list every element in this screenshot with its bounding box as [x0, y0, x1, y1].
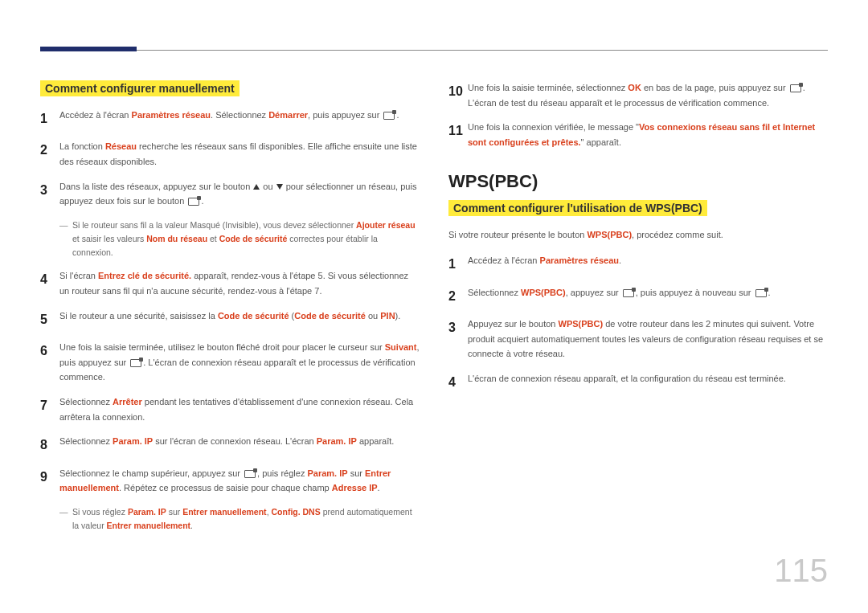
step-number: 1	[40, 108, 59, 129]
wpspbc-steps: 1 Accédez à l'écran Paramètres réseau. 2…	[448, 253, 828, 393]
step-number: 7	[40, 394, 59, 416]
enter-icon	[188, 198, 199, 206]
step-number: 3	[448, 317, 468, 338]
page-number: 115	[774, 553, 828, 589]
step-body: Dans la liste des réseaux, appuyez sur l…	[59, 179, 420, 209]
header-rule	[40, 50, 828, 51]
step-number: 11	[448, 120, 468, 141]
step-1: 1 Accédez à l'écran Paramètres réseau. S…	[40, 108, 420, 129]
step-4: 4 Si l'écran Entrez clé de sécurité. app…	[40, 268, 420, 298]
step-body: Si le routeur a une sécurité, saisissez …	[59, 309, 420, 324]
content-columns: Comment configurer manuellement 1 Accéde…	[40, 80, 828, 541]
step-number: 10	[448, 80, 468, 102]
enter-icon	[790, 84, 801, 92]
step-number: 4	[40, 268, 59, 290]
wps-step-1: 1 Accédez à l'écran Paramètres réseau.	[448, 253, 828, 275]
arrow-down-icon	[276, 184, 283, 190]
step-body: Sélectionnez le champ supérieur, appuyez…	[59, 466, 420, 496]
step-body: Sélectionnez WPS(PBC), appuyez sur , pui…	[468, 285, 828, 300]
step-body: Une fois la saisie terminée, sélectionne…	[468, 80, 828, 110]
step-9: 9 Sélectionnez le champ supérieur, appuy…	[40, 466, 420, 496]
note-after-3: Si le routeur sans fil a la valeur Masqu…	[59, 219, 420, 259]
step-body: Sélectionnez Param. IP sur l'écran de co…	[59, 434, 420, 449]
page: Comment configurer manuellement 1 Accéde…	[0, 0, 868, 613]
step-body: Une fois la saisie terminée, utilisez le…	[59, 340, 420, 385]
step-body: Si l'écran Entrez clé de sécurité. appar…	[59, 268, 420, 298]
step-10: 10 Une fois la saisie terminée, sélectio…	[448, 80, 828, 110]
step-body: Accédez à l'écran Paramètres réseau. Sél…	[59, 108, 420, 123]
section-title-wpspbc: WPS(PBC)	[448, 171, 828, 192]
step-5: 5 Si le routeur a une sécurité, saisisse…	[40, 309, 420, 330]
enter-icon	[130, 359, 141, 367]
step-6: 6 Une fois la saisie terminée, utilisez …	[40, 340, 420, 385]
left-subheading: Comment configurer manuellement	[40, 80, 240, 96]
wps-step-2: 2 Sélectionnez WPS(PBC), appuyez sur , p…	[448, 285, 828, 307]
wpspbc-intro: Si votre routeur présente le bouton WPS(…	[448, 227, 828, 243]
step-body: Une fois la connexion vérifiée, le messa…	[468, 120, 828, 149]
step-number: 1	[448, 253, 468, 275]
step-2: 2 La fonction Réseau recherche les résea…	[40, 139, 420, 169]
step-11: 11 Une fois la connexion vérifiée, le me…	[448, 120, 828, 149]
step-8: 8 Sélectionnez Param. IP sur l'écran de …	[40, 434, 420, 456]
step-7: 7 Sélectionnez Arrêter pendant les tenta…	[40, 394, 420, 424]
step-number: 6	[40, 340, 59, 362]
enter-icon	[383, 112, 395, 120]
right-subheading: Comment configurer l'utilisation de WPS(…	[448, 200, 707, 216]
left-column: Comment configurer manuellement 1 Accéde…	[40, 80, 420, 541]
arrow-up-icon	[253, 184, 260, 190]
enter-icon	[244, 470, 256, 478]
step-body: L'écran de connexion réseau apparaît, et…	[468, 371, 828, 386]
left-steps: 1 Accédez à l'écran Paramètres réseau. S…	[40, 108, 420, 209]
step-3: 3 Dans la liste des réseaux, appuyez sur…	[40, 179, 420, 209]
step-body: Accédez à l'écran Paramètres réseau.	[468, 253, 828, 268]
right-column: 10 Une fois la saisie terminée, sélectio…	[448, 80, 828, 541]
wps-step-4: 4 L'écran de connexion réseau apparaît, …	[448, 371, 828, 393]
step-number: 4	[448, 371, 468, 393]
enter-icon	[623, 289, 634, 297]
step-number: 8	[40, 434, 59, 456]
step-number: 5	[40, 309, 59, 330]
step-number: 2	[40, 139, 59, 161]
step-number: 2	[448, 285, 468, 307]
left-steps-cont: 4 Si l'écran Entrez clé de sécurité. app…	[40, 268, 420, 496]
step-body: Appuyez sur le bouton WPS(PBC) de votre …	[468, 317, 828, 362]
step-number: 9	[40, 466, 59, 488]
note-after-9: Si vous réglez Param. IP sur Entrer manu…	[59, 505, 420, 533]
step-body: La fonction Réseau recherche les réseaux…	[59, 139, 420, 169]
step-number: 3	[40, 179, 59, 201]
wps-step-3: 3 Appuyez sur le bouton WPS(PBC) de votr…	[448, 317, 828, 362]
header-accent-bar	[40, 47, 137, 51]
enter-icon	[755, 289, 767, 297]
right-steps-top: 10 Une fois la saisie terminée, sélectio…	[448, 80, 828, 150]
step-body: Sélectionnez Arrêter pendant les tentati…	[59, 394, 420, 424]
